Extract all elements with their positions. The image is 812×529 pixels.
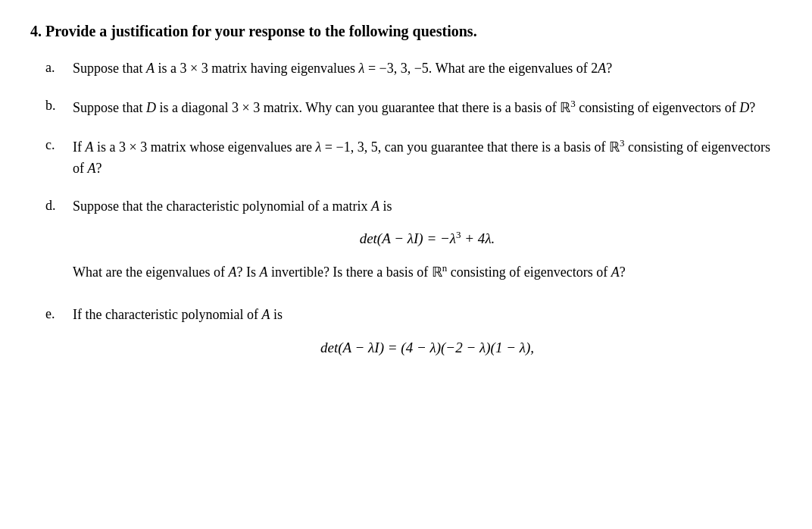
number-label: 4. <box>30 23 42 39</box>
item-label-b: b. <box>45 96 73 114</box>
item-content-a: Suppose that A is a 3 × 3 matrix having … <box>73 58 782 80</box>
item-e-equation: det(A − λI) = (4 − λ)(−2 − λ)(1 − λ), <box>73 336 782 358</box>
problem-item-e: e. If the characteristic polynomial of A… <box>45 305 782 369</box>
item-d-followup: What are the eigenvalues of A? Is A inve… <box>73 261 782 283</box>
math-A2-c: A <box>88 161 96 176</box>
superscript-3-b: 3 <box>570 98 576 109</box>
item-content-d: Suppose that the characteristic polynomi… <box>73 196 782 289</box>
math-lambda-c: λ <box>316 139 322 155</box>
problem-title: Provide a justification for your respons… <box>45 23 477 39</box>
problem-item-a: a. Suppose that A is a 3 × 3 matrix havi… <box>45 58 782 80</box>
problem-item-c: c. If A is a 3 × 3 matrix whose eigenval… <box>45 136 782 180</box>
item-label-d: d. <box>45 196 73 214</box>
superscript-3-c: 3 <box>620 137 625 149</box>
item-label-e: e. <box>45 305 73 322</box>
item-e-intro: If the characteristic polynomial of A is <box>73 305 782 326</box>
math-A-c: A <box>86 139 94 155</box>
item-content-b: Suppose that D is a diagonal 3 × 3 matri… <box>73 96 782 119</box>
math-D-b: D <box>146 100 156 115</box>
problem-items: a. Suppose that A is a 3 × 3 matrix havi… <box>45 58 782 369</box>
item-content-e: If the characteristic polynomial of A is… <box>73 305 782 369</box>
math-2A-a: A <box>598 61 606 76</box>
math-A-a: A <box>146 61 155 76</box>
problem-number: 4. Provide a justification for your resp… <box>30 23 782 40</box>
math-lambda-a: λ <box>359 61 365 76</box>
problem-item-d: d. Suppose that the characteristic polyn… <box>45 196 782 289</box>
page-container: 4. Provide a justification for your resp… <box>30 23 782 369</box>
item-label-c: c. <box>45 136 73 153</box>
item-d-intro: Suppose that the characteristic polynomi… <box>73 196 782 218</box>
item-d-equation: det(A − λI) = −λ3 + 4λ. <box>73 227 782 250</box>
math-D2-b: D <box>739 100 749 115</box>
item-content-c: If A is a 3 × 3 matrix whose eigenvalues… <box>73 136 782 180</box>
item-label-a: a. <box>45 58 73 76</box>
problem-item-b: b. Suppose that D is a diagonal 3 × 3 ma… <box>45 96 782 119</box>
